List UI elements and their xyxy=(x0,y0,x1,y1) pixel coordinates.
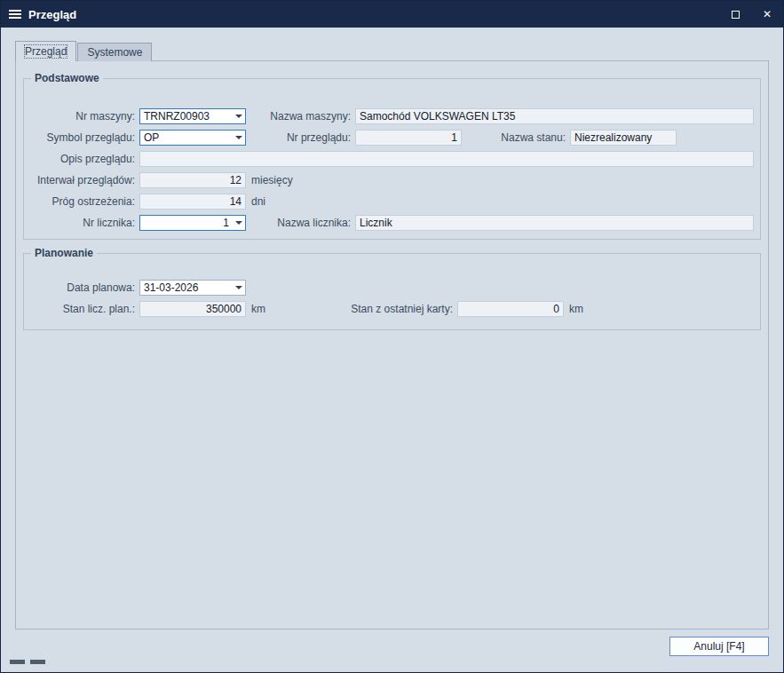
group-podstawowe: Podstawowe Nr maszyny: TRNRZ00903 Nazwa … xyxy=(23,78,761,240)
chevron-down-icon xyxy=(233,281,245,295)
nr-licznika-label: Nr licznika: xyxy=(24,215,135,231)
window-title: Przegląd xyxy=(28,8,76,21)
nazwa-licznika-field[interactable]: Licznik xyxy=(355,215,754,231)
nr-maszyny-combobox[interactable]: TRNRZ00903 xyxy=(139,108,246,124)
group-planowanie-title: Planowanie xyxy=(31,247,97,259)
symbol-przegladu-combobox[interactable]: OP xyxy=(139,130,246,146)
tab-przeglad[interactable]: Przegląd xyxy=(15,41,76,61)
cancel-button[interactable]: Anuluj [F4] xyxy=(669,637,769,656)
tab-systemowe-label: Systemowe xyxy=(87,46,142,59)
group-podstawowe-title: Podstawowe xyxy=(31,72,103,84)
maximize-button[interactable] xyxy=(719,1,751,28)
tab-bar: Przegląd Systemowe xyxy=(15,41,153,61)
chevron-down-icon xyxy=(233,131,245,145)
stan-z-ostatniej-karty-label: Stan z ostatniej karty: xyxy=(330,301,453,317)
close-icon: ✕ xyxy=(763,8,772,20)
menu-icon[interactable] xyxy=(9,10,21,19)
nazwa-maszyny-label: Nazwa maszyny: xyxy=(250,108,351,124)
nazwa-stanu-field[interactable]: Niezrealizowany xyxy=(570,130,677,146)
tab-systemowe[interactable]: Systemowe xyxy=(77,43,152,61)
stan-z-ostatniej-karty-suffix: km xyxy=(569,301,583,317)
stan-z-ostatniej-karty-field[interactable]: 0 xyxy=(457,301,564,317)
stan-licz-plan-suffix: km xyxy=(251,301,265,317)
data-planowa-label: Data planowa: xyxy=(24,280,135,296)
nr-przegladu-field[interactable]: 1 xyxy=(355,130,462,146)
nr-przegladu-label: Nr przeglądu: xyxy=(250,130,351,146)
prog-ostrzezenia-label: Próg ostrzeżenia: xyxy=(24,194,135,210)
nr-licznika-value: 1 xyxy=(140,216,233,230)
nazwa-maszyny-field[interactable]: Samochód VOLKSWAGEN LT35 xyxy=(355,108,754,124)
prog-ostrzezenia-suffix: dni xyxy=(251,194,265,210)
chevron-down-icon xyxy=(233,109,245,123)
data-planowa-value: 31-03-2026 xyxy=(140,281,233,295)
interwal-przegladow-label: Interwał przeglądów: xyxy=(24,172,135,188)
group-planowanie: Planowanie Data planowa: 31-03-2026 Stan… xyxy=(23,253,761,330)
tab-przeglad-label: Przegląd xyxy=(25,45,67,58)
nr-maszyny-label: Nr maszyny: xyxy=(24,108,135,124)
chevron-down-icon xyxy=(233,216,245,230)
prog-ostrzezenia-field[interactable]: 14 xyxy=(139,194,246,210)
data-planowa-combobox[interactable]: 31-03-2026 xyxy=(139,280,246,296)
interwal-przegladow-suffix: miesięcy xyxy=(251,172,293,188)
titlebar: Przegląd ✕ xyxy=(1,1,783,28)
symbol-przegladu-label: Symbol przeglądu: xyxy=(24,130,135,146)
dialog-window: Przegląd ✕ Przegląd Systemowe Podstawowe… xyxy=(0,0,784,673)
opis-przegladu-field[interactable] xyxy=(139,151,754,167)
opis-przegladu-label: Opis przeglądu: xyxy=(24,151,135,167)
nr-maszyny-value: TRNRZ00903 xyxy=(140,109,233,123)
close-button[interactable]: ✕ xyxy=(751,1,783,28)
resize-grip-mark xyxy=(10,660,25,664)
resize-grip-mark xyxy=(30,660,45,664)
stan-licz-plan-label: Stan licz. plan.: xyxy=(24,301,135,317)
symbol-przegladu-value: OP xyxy=(140,131,233,145)
maximize-icon xyxy=(732,11,740,19)
nazwa-stanu-label: Nazwa stanu: xyxy=(468,130,566,146)
interwal-przegladow-field[interactable]: 12 xyxy=(139,172,246,188)
nazwa-licznika-label: Nazwa licznika: xyxy=(250,215,351,231)
nr-licznika-combobox[interactable]: 1 xyxy=(139,215,246,231)
tab-content: Podstawowe Nr maszyny: TRNRZ00903 Nazwa … xyxy=(15,60,769,629)
stan-licz-plan-field[interactable]: 350000 xyxy=(139,301,246,317)
